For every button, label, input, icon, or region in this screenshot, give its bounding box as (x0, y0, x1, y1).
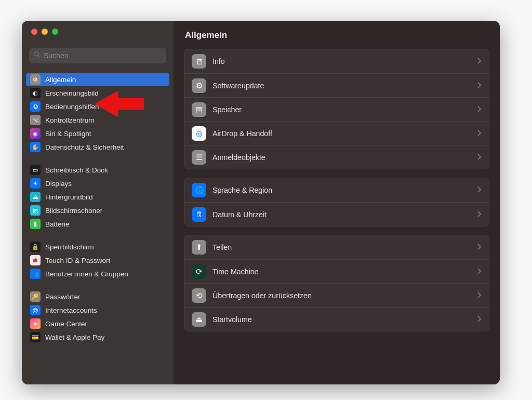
battery-icon: ▮ (30, 219, 41, 229)
reset-icon: ⟲ (192, 288, 206, 303)
window-controls (22, 21, 174, 42)
chevron-right-icon (477, 315, 482, 324)
row-label: Datum & Uhrzeit (212, 210, 471, 219)
timemachine-icon: ⟳ (192, 264, 206, 279)
sidebar-item-label: Wallet & Apple Pay (45, 334, 104, 341)
wallet-icon: 💳 (30, 332, 41, 342)
panels-container: 🖥Info⚙Softwareupdate▤Speicher◎AirDrop & … (184, 49, 489, 331)
sidebar-item-gamecenter[interactable]: ●Game Center (26, 317, 169, 330)
chevron-right-icon (477, 153, 482, 162)
settings-row-startvolume[interactable]: ⏏Startvolume (184, 307, 489, 331)
row-label: Teilen (212, 243, 471, 251)
sidebar-item-bedienung[interactable]: ✪Bedienungshilfen (26, 100, 169, 113)
sidebar-item-datenschutz[interactable]: ✋Datenschutz & Sicherheit (26, 140, 169, 154)
at-icon: @ (30, 305, 41, 315)
airdrop-icon: ◎ (192, 126, 206, 141)
sidebar-item-wallet[interactable]: 💳Wallet & Apple Pay (26, 330, 169, 344)
hand-icon: ✋ (30, 142, 41, 152)
sidebar-item-label: Datenschutz & Sicherheit (45, 143, 124, 151)
sidebar-item-siri[interactable]: ◉Siri & Spotlight (26, 127, 169, 140)
sidebar-item-touchid[interactable]: ☗Touch ID & Passwort (26, 254, 169, 267)
storage-icon: ▤ (192, 102, 206, 117)
key-icon: 🔑 (30, 291, 41, 302)
sidebar-item-label: Kontrollzentrum (45, 116, 95, 124)
chevron-right-icon (477, 210, 482, 219)
settings-row-anmelde[interactable]: ☰Anmeldeobjekte (184, 145, 489, 169)
minimize-button[interactable] (42, 29, 48, 35)
chevron-right-icon (477, 291, 482, 300)
globe-icon: 🌐 (192, 183, 206, 197)
settings-row-timemachine[interactable]: ⟳Time Machine (184, 259, 489, 283)
chevron-right-icon (477, 129, 482, 138)
row-label: Softwareupdate (212, 82, 471, 90)
settings-row-swupdate[interactable]: ⚙Softwareupdate (184, 73, 489, 97)
lock-icon: 🔒 (30, 242, 41, 252)
panel: 🌐Sprache & Region🗓Datum & Uhrzeit (184, 178, 489, 226)
chevron-right-icon (477, 267, 482, 276)
sidebar-item-hintergrund[interactable]: ⛰Hintergrundbild (26, 190, 169, 204)
sidebar-item-label: Siri & Spotlight (45, 130, 91, 138)
screensaver-icon: ◩ (30, 205, 41, 216)
sidebar-item-label: Bedienungshilfen (45, 103, 99, 111)
chevron-right-icon (477, 81, 482, 90)
page-title: Allgemein (184, 28, 489, 49)
chevron-right-icon (477, 243, 482, 252)
row-label: Sprache & Region (212, 186, 471, 194)
sun-icon: ☀ (30, 178, 41, 189)
sidebar-item-benutzer[interactable]: 👥Benutzer:innen & Gruppen (26, 267, 169, 281)
settings-row-uebertragen[interactable]: ⟲Übertragen oder zurücksetzen (184, 283, 489, 307)
sidebar-item-label: Touch ID & Passwort (45, 257, 110, 264)
disk-icon: ⏏ (192, 312, 206, 327)
settings-row-sprache[interactable]: 🌐Sprache & Region (184, 178, 489, 202)
search-field[interactable] (29, 48, 166, 63)
settings-row-airdrop[interactable]: ◎AirDrop & Handoff (184, 121, 489, 145)
search-input[interactable] (44, 51, 162, 60)
row-label: Time Machine (212, 268, 471, 276)
sidebar: ⚙Allgemein◐Erscheinungsbild✪Bedienungshi… (22, 21, 174, 384)
sidebar-list[interactable]: ⚙Allgemein◐Erscheinungsbild✪Bedienungshi… (22, 66, 174, 384)
half-circle-icon: ◐ (30, 88, 41, 98)
sidebar-item-kontroll[interactable]: ⌥Kontrollzentrum (26, 113, 169, 127)
dock-icon: ▭ (30, 165, 41, 175)
sidebar-item-label: Hintergrundbild (45, 193, 93, 201)
sidebar-item-erscheinung[interactable]: ◐Erscheinungsbild (26, 86, 169, 100)
search-icon (33, 51, 41, 60)
sidebar-item-label: Sperrbildschirm (45, 243, 94, 251)
fingerprint-icon: ☗ (30, 255, 41, 265)
chevron-right-icon (477, 105, 482, 114)
settings-row-teilen[interactable]: ⬆Teilen (184, 235, 489, 259)
settings-row-datum[interactable]: 🗓Datum & Uhrzeit (184, 202, 489, 226)
sidebar-item-label: Allgemein (45, 76, 76, 84)
share-icon: ⬆ (192, 240, 206, 255)
row-label: AirDrop & Handoff (212, 129, 471, 138)
wallpaper-icon: ⛰ (30, 192, 41, 202)
panel: 🖥Info⚙Softwareupdate▤Speicher◎AirDrop & … (184, 49, 489, 169)
sidebar-item-label: Benutzer:innen & Gruppen (45, 270, 128, 278)
sidebar-item-allgemein[interactable]: ⚙Allgemein (26, 73, 169, 86)
gear-icon: ⚙ (30, 74, 41, 85)
siri-icon: ◉ (30, 128, 41, 139)
sidebar-item-sperrbild[interactable]: 🔒Sperrbildschirm (26, 240, 169, 254)
switches-icon: ⌥ (30, 115, 41, 125)
panel: ⬆Teilen⟳Time Machine⟲Übertragen oder zur… (184, 235, 489, 331)
settings-row-info[interactable]: 🖥Info (184, 49, 489, 73)
sidebar-item-schreibtisch[interactable]: ▭Schreibtisch & Dock (26, 163, 169, 177)
close-button[interactable] (31, 29, 37, 35)
content-pane: Allgemein 🖥Info⚙Softwareupdate▤Speicher◎… (174, 21, 500, 384)
chevron-right-icon (477, 185, 482, 195)
sidebar-item-label: Schreibtisch & Dock (45, 166, 108, 174)
sidebar-item-internetacc[interactable]: @Internetaccounts (26, 303, 169, 317)
users-icon: 👥 (30, 269, 41, 279)
sidebar-item-label: Bildschirmschoner (45, 207, 102, 215)
sidebar-item-passwoerter[interactable]: 🔑Passwörter (26, 290, 169, 303)
row-label: Info (212, 57, 471, 65)
sidebar-item-batterie[interactable]: ▮Batterie (26, 217, 169, 231)
sidebar-item-label: Displays (45, 180, 72, 188)
sidebar-item-displays[interactable]: ☀Displays (26, 177, 169, 190)
row-label: Speicher (212, 105, 471, 114)
settings-row-speicher[interactable]: ▤Speicher (184, 97, 489, 121)
maximize-button[interactable] (52, 29, 58, 35)
gamecenter-icon: ● (30, 318, 41, 329)
row-label: Startvolume (212, 315, 471, 324)
sidebar-item-bildschirms[interactable]: ◩Bildschirmschoner (26, 204, 169, 217)
